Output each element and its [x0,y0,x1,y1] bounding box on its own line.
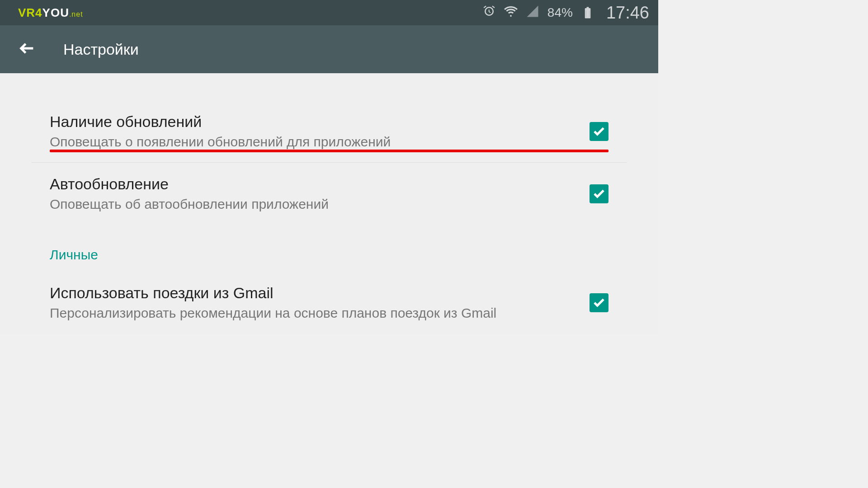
signal-icon [526,5,539,21]
setting-gmail-trips[interactable]: Использовать поездки из Gmail Персонализ… [32,272,627,333]
setting-title: Автообновление [50,175,590,193]
checkbox-updates[interactable] [590,122,609,141]
checkmark-icon [592,187,606,201]
setting-subtitle: Оповещать о появлении обновлений для при… [50,134,590,150]
app-bar: Настройки [0,25,658,73]
setting-subtitle: Персонализировать рекомендации на основе… [50,305,590,321]
battery-icon [581,6,594,19]
logo-you: YOU [42,6,69,19]
logo-net: .net [69,10,83,18]
arrow-left-icon [18,39,36,57]
svg-rect-0 [586,10,590,17]
setting-text: Автообновление Оповещать об автообновлен… [50,175,590,212]
logo: VR4YOU.net [18,6,83,20]
highlight-underline [50,150,609,152]
settings-content: Наличие обновлений Оповещать о появлении… [0,73,658,333]
setting-autoupdate[interactable]: Автообновление Оповещать об автообновлен… [32,163,627,225]
setting-text: Использовать поездки из Gmail Персонализ… [50,284,590,321]
back-button[interactable] [18,39,36,59]
setting-updates-available[interactable]: Наличие обновлений Оповещать о появлении… [32,100,627,163]
status-bar: VR4YOU.net 84% 17:46 [0,0,658,25]
status-icons: 84% 17:46 [482,3,649,23]
setting-text: Наличие обновлений Оповещать о появлении… [50,113,590,150]
logo-vr4: VR4 [18,6,42,19]
setting-title: Наличие обновлений [50,113,590,131]
checkbox-gmail[interactable] [590,293,609,312]
battery-percent: 84% [547,5,573,20]
section-header-personal: Личные [32,225,627,272]
checkmark-icon [592,125,606,138]
checkmark-icon [592,296,606,310]
setting-title: Использовать поездки из Gmail [50,284,590,302]
checkbox-autoupdate[interactable] [590,184,609,203]
setting-subtitle: Оповещать об автообновлении приложений [50,197,590,212]
clock: 17:46 [606,3,649,23]
alarm-icon [482,5,496,21]
wifi-icon [504,5,518,21]
page-title: Настройки [63,41,139,58]
